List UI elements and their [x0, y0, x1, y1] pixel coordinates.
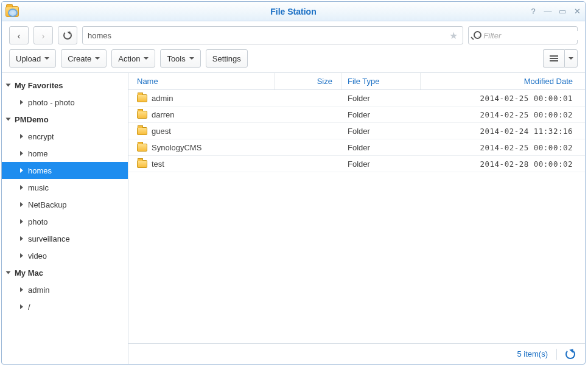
folder-icon: [137, 111, 147, 119]
caret-down-icon: [189, 57, 194, 60]
maximize-icon[interactable]: ▭: [558, 7, 567, 16]
expand-icon: [6, 271, 11, 274]
expand-icon: [20, 202, 23, 207]
file-row[interactable]: SynologyCMSFolder2014-02-25 00:00:02: [128, 139, 585, 156]
create-button[interactable]: Create: [61, 49, 107, 68]
expand-icon: [20, 304, 23, 309]
item-count: 5 item(s): [517, 349, 548, 358]
path-input-container: ★: [82, 26, 463, 44]
upload-button[interactable]: Upload: [9, 49, 56, 68]
sidebar: My Favoritesphoto - photoPMDemoencryptho…: [2, 73, 128, 364]
tree-item[interactable]: photo: [2, 213, 128, 230]
back-button[interactable]: ‹: [9, 26, 29, 44]
view-toggle: [543, 49, 578, 68]
file-station-window: File Station ? — ▭ ✕ ‹ › ★ - Upload Crea…: [1, 1, 586, 365]
list-view-button[interactable]: [543, 49, 564, 68]
action-button[interactable]: Action: [111, 49, 155, 68]
tree-root[interactable]: PMDemo: [2, 111, 128, 128]
expand-icon: [20, 185, 23, 190]
action-toolbar: Upload Create Action Tools Settings: [2, 49, 585, 73]
file-row[interactable]: guestFolder2014-02-24 11:32:16: [128, 123, 585, 139]
expand-icon: [6, 84, 11, 87]
folder-icon: [137, 127, 147, 135]
tree-item[interactable]: home: [2, 145, 128, 162]
filter-box: -: [468, 26, 578, 44]
tree-item[interactable]: music: [2, 179, 128, 196]
minimize-icon[interactable]: —: [544, 7, 552, 16]
folder-icon: [137, 160, 147, 168]
tree-item[interactable]: encrypt: [2, 128, 128, 145]
nav-toolbar: ‹ › ★ -: [2, 21, 585, 49]
list-icon: [550, 55, 558, 61]
tree-item[interactable]: homes: [2, 162, 128, 179]
caret-down-icon: [44, 57, 49, 60]
tree-item[interactable]: NetBackup: [2, 196, 128, 213]
folder-icon: [137, 144, 147, 152]
file-row[interactable]: testFolder2014-02-28 00:00:02: [128, 156, 585, 172]
forward-button[interactable]: ›: [33, 26, 53, 44]
tree-root[interactable]: My Mac: [2, 264, 128, 281]
file-list: adminFolder2014-02-25 00:00:01darrenFold…: [128, 90, 585, 343]
table-header: Name Size File Type Modified Date: [128, 73, 585, 90]
caret-down-icon: [144, 57, 149, 60]
tree-item[interactable]: photo - photo: [2, 94, 128, 111]
reload-icon: [63, 31, 72, 40]
tree-root[interactable]: My Favorites: [2, 77, 128, 94]
expand-icon: [20, 236, 23, 241]
titlebar-left: [5, 6, 19, 17]
expand-icon: [20, 253, 23, 258]
window-title: File Station: [270, 7, 316, 16]
body: My Favoritesphoto - photoPMDemoencryptho…: [2, 73, 585, 364]
titlebar: File Station ? — ▭ ✕: [2, 2, 585, 21]
caret-down-icon: [569, 57, 573, 60]
window-controls: ? — ▭ ✕: [529, 7, 581, 16]
settings-button[interactable]: Settings: [206, 49, 248, 68]
column-header-size[interactable]: Size: [275, 73, 341, 89]
file-row[interactable]: darrenFolder2014-02-25 00:00:02: [128, 107, 585, 123]
path-input[interactable]: [88, 31, 449, 40]
filter-input[interactable]: [483, 31, 586, 40]
expand-icon: [20, 100, 23, 105]
tools-button[interactable]: Tools: [160, 49, 200, 68]
tree-item[interactable]: /: [2, 298, 128, 315]
expand-icon: [20, 168, 23, 173]
expand-icon: [20, 151, 23, 156]
file-row[interactable]: adminFolder2014-02-25 00:00:01: [128, 90, 585, 107]
expand-icon: [6, 118, 11, 121]
expand-icon: [20, 287, 23, 292]
app-icon: [5, 6, 19, 17]
column-header-name[interactable]: Name: [128, 73, 275, 89]
tree-item[interactable]: admin: [2, 281, 128, 298]
help-icon[interactable]: ?: [529, 7, 537, 16]
expand-icon: [20, 134, 23, 139]
tree-item[interactable]: surveillance: [2, 230, 128, 247]
statusbar: 5 item(s): [128, 343, 585, 364]
favorite-star-icon[interactable]: ★: [449, 30, 458, 41]
view-dropdown-button[interactable]: [564, 49, 578, 68]
folder-icon: [137, 94, 147, 102]
expand-icon: [20, 219, 23, 224]
caret-down-icon: [95, 57, 100, 60]
close-icon[interactable]: ✕: [573, 7, 581, 16]
tree-item[interactable]: video: [2, 247, 128, 264]
reload-button[interactable]: [58, 26, 77, 44]
column-header-date[interactable]: Modified Date: [421, 73, 585, 89]
content-pane: Name Size File Type Modified Date adminF…: [128, 73, 585, 364]
column-header-type[interactable]: File Type: [341, 73, 421, 89]
refresh-button[interactable]: [565, 349, 575, 359]
